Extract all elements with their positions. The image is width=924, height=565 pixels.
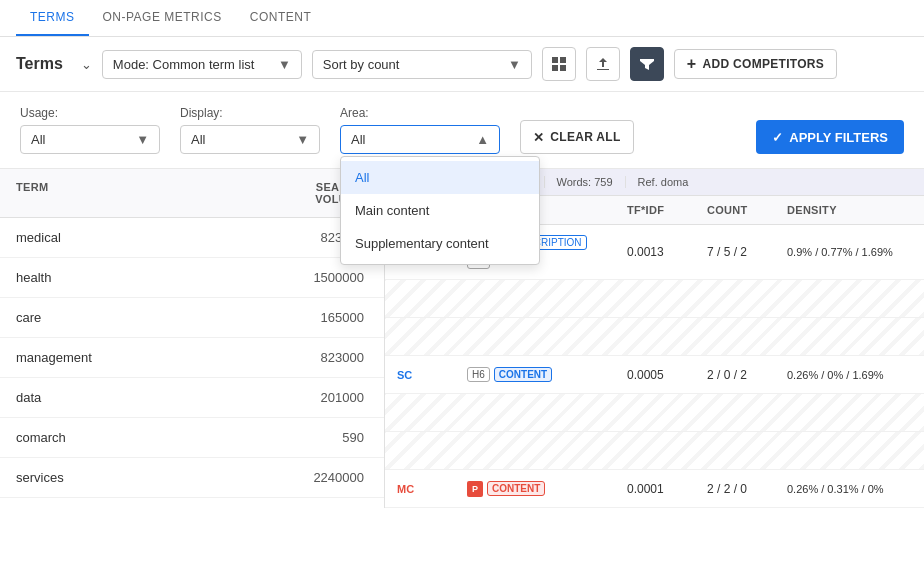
usage-cell: H6 CONTENT [455,365,615,384]
sc-tag: SC [397,369,412,381]
table-row[interactable]: comarch 590 [0,418,384,458]
tfidf-cell: 0.0005 [615,366,695,384]
volume-cell: 823000 [264,348,384,367]
clear-all-button[interactable]: ✕ CLEAR ALL [520,120,634,154]
term-column-header: TERM [0,177,264,209]
area-filter-group: Area: All ▲ All Main content Supplementa… [340,106,500,154]
term-cell: services [0,468,264,487]
volume-cell: 2240000 [264,468,384,487]
area-cell: SC [385,366,455,384]
term-cell: medical [0,228,264,247]
chevron-down-icon: ▼ [278,57,291,72]
term-cell: management [0,348,264,367]
right-row: SC H6 CONTENT 0.0005 2 / 0 / 2 0.26% / 0… [385,356,924,394]
area-option-main-content[interactable]: Main content [341,194,539,227]
header-row: Terms ⌄ Mode: Common term list ▼ Sort by… [0,37,924,92]
top-nav: TERMS ON-PAGE METRICS CONTENT [0,0,924,37]
svg-rect-1 [560,57,566,63]
plus-icon: + [687,56,697,72]
checkmark-icon: ✓ [772,130,783,145]
left-panel: TERM SEARCH VOLUME medical 823000 health… [0,169,385,508]
page-title: Terms [16,55,63,73]
terms-caret-icon[interactable]: ⌄ [81,57,92,72]
term-cell: care [0,308,264,327]
volume-cell: 165000 [264,308,384,327]
chevron-down-icon: ▼ [136,132,149,147]
right-row [385,432,924,470]
chevron-down-icon: ▼ [296,132,309,147]
ref-domain-info: Ref. doma [625,176,701,188]
grid-icon [552,57,566,71]
density-cell: 0.26% / 0.31% / 0% [775,481,924,497]
apply-filters-label: APPLY FILTERS [789,130,888,145]
usage-badge-h6: H6 [467,367,490,382]
table-row[interactable]: management 823000 [0,338,384,378]
count-cell: 2 / 2 / 0 [695,480,775,498]
words-info: Words: 759 [544,176,625,188]
density-cell: 0.26% / 0% / 1.69% [775,367,924,383]
chevron-down-icon: ▼ [508,57,521,72]
area-select[interactable]: All ▲ [340,125,500,154]
x-icon: ✕ [533,130,544,145]
term-cell: comarch [0,428,264,447]
mc-tag: MC [397,483,414,495]
tab-on-page-metrics[interactable]: ON-PAGE METRICS [89,0,236,36]
right-row [385,318,924,356]
area-cell: MC [385,480,455,498]
apply-filters-button[interactable]: ✓ APPLY FILTERS [756,120,904,154]
filter-bar: Usage: All ▼ Display: All ▼ Area: All ▲ … [0,92,924,169]
display-filter-group: Display: All ▼ [180,106,320,154]
sort-dropdown[interactable]: Sort by count ▼ [312,50,532,79]
svg-rect-0 [552,57,558,63]
tab-terms[interactable]: TERMS [16,0,89,36]
density-cell: 0.9% / 0.77% / 1.69% [775,244,924,260]
table-body: medical 823000 health 1500000 care 16500… [0,218,384,498]
count-cell: 7 / 5 / 2 [695,243,775,261]
clear-all-label: CLEAR ALL [550,130,620,144]
filter-button[interactable] [630,47,664,81]
tfidf-col-header: TF*IDF [615,196,695,224]
volume-cell: 1500000 [264,268,384,287]
usage-badge-content: CONTENT [494,367,552,382]
upload-icon [596,57,610,71]
table-row[interactable]: data 201000 [0,378,384,418]
usage-badge-content: CONTENT [487,481,545,496]
count-cell: 2 / 0 / 2 [695,366,775,384]
volume-cell: 201000 [264,388,384,407]
area-option-all[interactable]: All [341,161,539,194]
add-competitors-button[interactable]: + ADD COMPETITORS [674,49,837,79]
mode-label: Mode: Common term list [113,57,255,72]
tfidf-cell: 0.0013 [615,243,695,261]
filter-icon [640,57,654,71]
area-dropdown-menu: All Main content Supplementary content [340,156,540,265]
table-row[interactable]: health 1500000 [0,258,384,298]
svg-rect-3 [560,65,566,71]
tfidf-cell: 0.0001 [615,480,695,498]
add-competitors-label: ADD COMPETITORS [703,57,825,71]
mode-dropdown[interactable]: Mode: Common term list ▼ [102,50,302,79]
density-col-header: DENSITY [775,196,924,224]
usage-filter-group: Usage: All ▼ [20,106,160,154]
grid-view-button[interactable] [542,47,576,81]
display-select[interactable]: All ▼ [180,125,320,154]
svg-rect-2 [552,65,558,71]
right-row [385,394,924,432]
table-header: TERM SEARCH VOLUME [0,169,384,218]
sort-label: Sort by count [323,57,400,72]
usage-select[interactable]: All ▼ [20,125,160,154]
table-row[interactable]: services 2240000 [0,458,384,498]
table-row[interactable]: medical 823000 [0,218,384,258]
usage-value: All [31,132,45,147]
display-label: Display: [180,106,320,120]
volume-cell: 590 [264,428,384,447]
table-row[interactable]: care 165000 [0,298,384,338]
right-row: MC P CONTENT 0.0001 2 / 2 / 0 0.26% / 0.… [385,470,924,508]
area-option-supplementary-content[interactable]: Supplementary content [341,227,539,260]
usage-badge-p: P [467,481,483,497]
tab-content[interactable]: CONTENT [236,0,326,36]
term-cell: health [0,268,264,287]
display-value: All [191,132,205,147]
usage-cell: P CONTENT [455,479,615,499]
area-value: All [351,132,365,147]
export-button[interactable] [586,47,620,81]
